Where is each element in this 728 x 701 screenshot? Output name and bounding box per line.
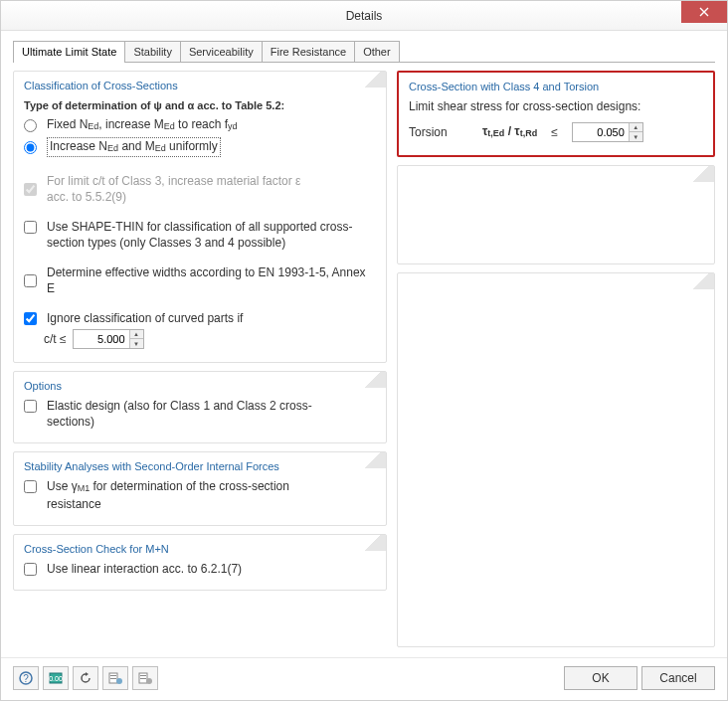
svg-rect-6 [110,678,116,679]
group-title-torsion: Cross-Section with Class 4 and Torsion [409,81,703,92]
svg-rect-10 [140,678,146,679]
ok-button[interactable]: OK [564,666,637,690]
units-button[interactable]: 0.00 [43,666,69,690]
list-button-1[interactable] [102,666,128,690]
group-options: Options Elastic design (also for Class 1… [13,371,387,443]
torsion-input-wrap: ▲ ▼ [572,122,643,142]
tab-fire-resistance[interactable]: Fire Resistance [262,41,355,62]
close-icon [699,7,709,17]
chk-gamma-m1[interactable] [24,480,37,493]
group-classification: Classification of Cross-Sections Type of… [13,71,387,363]
svg-rect-9 [140,675,146,676]
refresh-button[interactable] [73,666,98,690]
radio-increase-uniform-label: Increase NEd and MEd uniformly [47,137,221,157]
window-title: Details [1,9,727,23]
ct-input-wrap: ▲ ▼ [73,329,144,349]
type-heading: Type of determination of ψ and α acc. to… [24,97,376,113]
group-title-classification: Classification of Cross-Sections [24,80,376,91]
torsion-row-label: Torsion [409,124,468,140]
svg-text:0.00: 0.00 [49,675,63,682]
radio-fixed-ned[interactable] [24,119,37,132]
group-title-stability: Stability Analyses with Second-Order Int… [24,460,376,472]
titlebar: Details [1,1,727,31]
placeholder-group-1 [397,165,715,264]
chk-effective-widths-label: Determine effective widths according to … [47,264,376,296]
units-icon: 0.00 [48,670,64,686]
chk-material-factor-label: For limit c/t of Class 3, increase mater… [47,173,305,205]
radio-increase-uniform[interactable] [24,141,37,154]
torsion-formula: τt,Ed / τt,Rd [482,123,537,141]
chk-ignore-curved-label: Ignore classification of curved parts if [47,310,243,326]
tab-other[interactable]: Other [354,41,400,62]
cancel-button[interactable]: Cancel [641,666,715,690]
list-button-2[interactable] [132,666,158,690]
tab-ultimate-limit-state[interactable]: Ultimate Limit State [13,41,125,62]
help-button[interactable]: ? [13,666,39,690]
tab-stability[interactable]: Stability [124,41,181,62]
torsion-subtitle: Limit shear stress for cross-section des… [409,98,703,114]
refresh-icon [78,670,93,686]
radio-fixed-ned-label: Fixed NEd, increase MEd to reach fyd [47,116,238,134]
close-button[interactable] [681,1,727,23]
help-icon: ? [18,670,34,686]
chk-linear-interaction[interactable] [24,563,37,576]
chk-linear-interaction-label: Use linear interaction acc. to 6.2.1(7) [47,561,242,577]
placeholder-group-2 [397,272,715,647]
tab-strip: Ultimate Limit State Stability Serviceab… [13,41,715,63]
tab-serviceability[interactable]: Serviceability [180,41,263,62]
torsion-input[interactable] [573,123,629,141]
svg-point-11 [146,678,152,684]
list-alt-icon [137,670,153,686]
chk-ignore-curved[interactable] [24,312,37,325]
group-mn-check: Cross-Section Check for M+N Use linear i… [13,534,387,591]
ct-spin-down[interactable]: ▼ [130,339,143,348]
torsion-op: ≤ [551,124,558,140]
ct-label: c/t ≤ [44,331,67,347]
chk-effective-widths[interactable] [24,274,37,287]
group-stability-2nd-order: Stability Analyses with Second-Order Int… [13,451,387,526]
svg-text:?: ? [23,673,29,684]
chk-elastic-design[interactable] [24,400,37,413]
svg-point-7 [116,678,122,684]
ct-input[interactable] [74,330,129,348]
chk-shapethin[interactable] [24,221,37,234]
chk-material-factor [24,183,37,196]
chk-elastic-design-label: Elastic design (also for Class 1 and Cla… [47,398,325,430]
group-title-mn: Cross-Section Check for M+N [24,543,376,555]
chk-shapethin-label: Use SHAPE-THIN for classification of all… [47,219,355,251]
group-torsion: Cross-Section with Class 4 and Torsion L… [397,71,715,157]
group-title-options: Options [24,380,376,392]
list-icon [107,670,123,686]
chk-gamma-m1-label: Use γM1 for determination of the cross-s… [47,478,325,512]
torsion-spin-down[interactable]: ▼ [630,132,642,141]
svg-rect-5 [110,675,116,676]
